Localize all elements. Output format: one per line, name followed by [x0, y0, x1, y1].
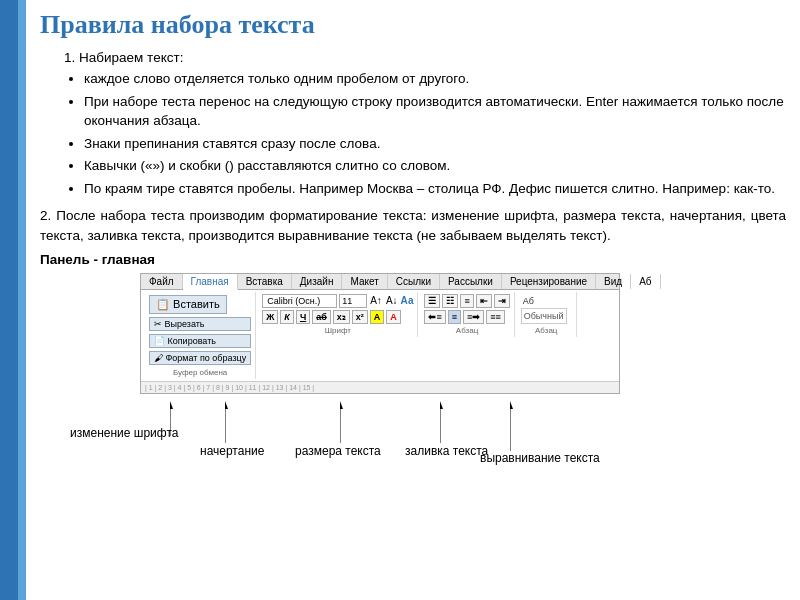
ribbon-group-paragraph: ☰ ☷ ≡ ⇤ ⇥ ⬅≡ ≡ ≡➡ ≡≡ Абзац	[420, 292, 514, 337]
subscript-button[interactable]: х₂	[333, 310, 350, 324]
panel-title: Панель - главная	[40, 252, 786, 267]
list-item-1-heading: 1. Набираем текст:	[64, 50, 183, 65]
tab-ab[interactable]: Аб	[631, 274, 660, 289]
arrow-fill	[440, 401, 470, 446]
tab-design[interactable]: Дизайн	[292, 274, 343, 289]
multilevel-list-button[interactable]: ≡	[460, 294, 473, 308]
clipboard-row: ✂ Вырезать 📄 Копировать 🖌 Формат по обра…	[149, 316, 251, 366]
ruler: | 1 | 2 | 3 | 4 | 5 | 6 | 7 | 8 | 9 | 10…	[141, 381, 619, 393]
strikethrough-button[interactable]: аб	[312, 310, 331, 324]
font-style-row: Ж К Ч аб х₂ х² A А	[262, 310, 401, 324]
italic-button[interactable]: К	[280, 310, 294, 324]
arrow-style	[225, 401, 255, 446]
cut-button[interactable]: ✂ Вырезать	[149, 317, 251, 331]
list-buttons-row: ☰ ☷ ≡ ⇤ ⇥	[424, 294, 509, 308]
list-item: По краям тире ставятся пробелы. Например…	[84, 179, 786, 199]
list-item: каждое слово отделяется только одним про…	[84, 69, 786, 89]
ribbon-group-styles: Аб Обычный Абзац	[517, 292, 577, 337]
sidebar-accent-right	[18, 0, 26, 600]
list-item: При наборе теста перенос на следующую ст…	[84, 92, 786, 131]
bold-button[interactable]: Ж	[262, 310, 278, 324]
annotation-font: изменение шрифта	[70, 426, 178, 440]
annotation-fill: заливка текста	[405, 444, 488, 458]
numbered-list-button[interactable]: ☷	[442, 294, 458, 308]
superscript-button[interactable]: х²	[352, 310, 368, 324]
align-left-button[interactable]: ⬅≡	[424, 310, 445, 324]
svg-marker-3	[225, 401, 228, 409]
tab-mail[interactable]: Рассылки	[440, 274, 502, 289]
tab-home[interactable]: Главная	[183, 274, 238, 290]
paste-button[interactable]: 📋 Вставить	[149, 295, 227, 314]
font-color-button[interactable]: А	[386, 310, 401, 324]
font-label: Шрифт	[262, 326, 413, 335]
justify-button[interactable]: ≡≡	[486, 310, 505, 324]
grow-icon[interactable]: A↑	[369, 294, 383, 307]
tab-layout[interactable]: Макет	[342, 274, 387, 289]
svg-marker-9	[510, 401, 513, 409]
annotations-area: изменение шрифта начертание размера текс…	[40, 396, 786, 461]
align-buttons-row: ⬅≡ ≡ ≡➡ ≡≡	[424, 310, 504, 324]
tab-refs[interactable]: Ссылки	[388, 274, 440, 289]
align-center-button[interactable]: ≡	[448, 310, 461, 324]
list-item: Знаки препинания ставятся сразу после сл…	[84, 134, 786, 154]
arrow-align	[510, 401, 540, 453]
toolbar-tabs: Файл Главная Вставка Дизайн Макет Ссылки…	[141, 274, 619, 290]
font-name-dropdown[interactable]: Calibri (Осн.)	[262, 294, 337, 308]
ribbon-group-clipboard: 📋 Вставить ✂ Вырезать 📄 Копировать 🖌 Фор…	[145, 292, 256, 379]
copy-button[interactable]: 📄 Копировать	[149, 334, 251, 348]
main-content: Правила набора текста 1. Набираем текст:…	[36, 0, 800, 600]
ribbon-group-font: Calibri (Осн.) 11 A↑ A↓ Аа Ж К Ч аб х₂ х…	[258, 292, 418, 337]
sidebar-accent-left	[0, 0, 18, 600]
toolbar-section: Файл Главная Вставка Дизайн Макет Ссылки…	[40, 273, 786, 461]
arrow-font	[170, 401, 200, 436]
tab-review[interactable]: Рецензирование	[502, 274, 596, 289]
decrease-indent-button[interactable]: ⇤	[476, 294, 492, 308]
annotation-style: начертание	[200, 444, 264, 458]
font-color-a[interactable]: Аа	[401, 295, 414, 306]
numbered-list: 1. Набираем текст: каждое слово отделяет…	[64, 50, 786, 198]
toolbar-container: Файл Главная Вставка Дизайн Макет Ссылки…	[140, 273, 620, 394]
font-size-input[interactable]: 11	[339, 294, 367, 308]
list-item: Кавычки («») и скобки () расставляются с…	[84, 156, 786, 176]
align-right-button[interactable]: ≡➡	[463, 310, 484, 324]
increase-indent-button[interactable]: ⇥	[494, 294, 510, 308]
svg-marker-7	[440, 401, 443, 409]
annotation-size: размера текста	[295, 444, 381, 458]
styles-label: Абзац	[521, 326, 572, 335]
paragraph-label: Абзац	[424, 326, 509, 335]
shrink-icon[interactable]: A↓	[385, 294, 399, 307]
list-item-1: 1. Набираем текст:	[64, 50, 786, 65]
svg-marker-5	[340, 401, 343, 409]
svg-marker-1	[170, 401, 173, 409]
annotation-align: выравнивание текста	[480, 451, 600, 465]
format-painter-button[interactable]: 🖌 Формат по образцу	[149, 351, 251, 365]
bullet-list: каждое слово отделяется только одним про…	[84, 69, 786, 198]
page-title: Правила набора текста	[40, 10, 786, 40]
paragraph-2: 2. После набора теста производим формати…	[40, 206, 786, 245]
tab-file[interactable]: Файл	[141, 274, 183, 289]
arrow-size	[340, 401, 370, 446]
bullets-button[interactable]: ☰	[424, 294, 440, 308]
tab-view[interactable]: Вид	[596, 274, 631, 289]
font-name-row: Calibri (Осн.) 11 A↑ A↓ Аа	[262, 294, 413, 308]
clipboard-label: Буфер обмена	[149, 368, 251, 377]
toolbar-ribbon: 📋 Вставить ✂ Вырезать 📄 Копировать 🖌 Фор…	[141, 290, 619, 381]
underline-button[interactable]: Ч	[296, 310, 310, 324]
highlight-button[interactable]: A	[370, 310, 385, 324]
tab-insert[interactable]: Вставка	[238, 274, 292, 289]
